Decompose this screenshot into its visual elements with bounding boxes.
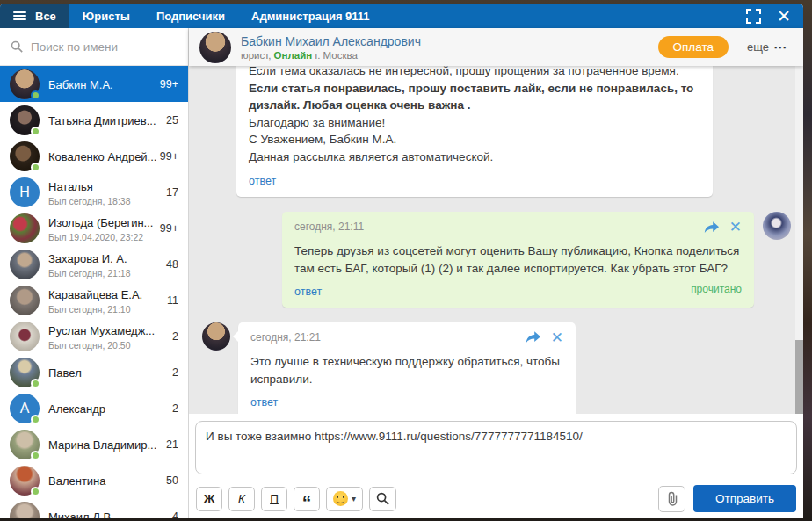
chat-contact-name[interactable]: Бабкин Михаил Александрович xyxy=(241,34,649,48)
underline-button[interactable]: П xyxy=(261,487,287,511)
compose-area: И вы тоже взаимно https://www.9111.ru/qu… xyxy=(189,414,803,518)
contact-row-marina[interactable]: Марина Владимир... 21 xyxy=(0,426,188,462)
message-time: сегодня, 21:11 xyxy=(294,220,364,235)
message-input[interactable]: И вы тоже взаимно https://www.9111.ru/qu… xyxy=(195,421,797,474)
online-dot xyxy=(31,127,40,136)
online-label: Онлайн xyxy=(274,50,313,61)
smiley-icon xyxy=(333,491,348,506)
avatar xyxy=(10,213,40,243)
reply-link[interactable]: ответ xyxy=(249,173,276,189)
unread-count: 2 xyxy=(172,402,178,415)
contact-row-tatyana[interactable]: Татьяна Дмитриев... 25 xyxy=(0,102,188,138)
online-dot xyxy=(31,415,40,424)
contact-row-natalya[interactable]: Н Наталья Был сегодня, 18:38 17 xyxy=(0,174,188,210)
quote-button[interactable]: “ xyxy=(294,487,320,511)
chat-panel: Бабкин Михаил Александрович юрист, Онлай… xyxy=(189,28,803,518)
delete-message-icon[interactable]: ✕ xyxy=(729,220,742,235)
online-dot xyxy=(31,487,40,496)
unread-count: 21 xyxy=(166,438,178,451)
search-input[interactable] xyxy=(31,40,178,54)
last-seen-status: Был сегодня, 21:18 xyxy=(48,268,157,279)
topbar-spacer xyxy=(383,4,738,28)
italic-button[interactable]: К xyxy=(228,487,255,511)
chat-header: Бабкин Михаил Александрович юрист, Онлай… xyxy=(189,28,803,66)
own-avatar xyxy=(763,212,791,240)
outgoing-message: сегодня, 21:11 ✕ Теперь друзья из соцсет… xyxy=(282,212,754,308)
hamburger-menu-icon[interactable] xyxy=(13,11,26,21)
read-status: прочитано xyxy=(691,282,742,297)
avatar xyxy=(10,358,40,387)
last-seen-status: Был сегодня, 20:50 xyxy=(48,340,163,351)
avatar xyxy=(10,105,40,135)
paperclip-icon xyxy=(666,491,678,506)
last-seen-status: Был 19.04.2020, 23:22 xyxy=(48,232,151,242)
magnifier-icon xyxy=(376,492,389,505)
share-icon[interactable] xyxy=(704,221,719,234)
tab-all[interactable]: Все xyxy=(0,4,69,28)
online-dot xyxy=(31,90,40,100)
contact-row-valentina[interactable]: Валентина 50 xyxy=(0,462,188,498)
unread-count: 25 xyxy=(166,114,178,127)
avatar xyxy=(10,502,40,519)
message-time: сегодня, 21:21 xyxy=(250,330,321,345)
share-icon[interactable] xyxy=(526,331,540,344)
contacts-sidebar: Бабкин М.А. 99+ Татьяна Дмитриев... 25 К… xyxy=(0,28,189,518)
unread-count: 4 xyxy=(172,510,178,519)
contact-row-izolda[interactable]: Изольда (Берегин... Был 19.04.2020, 23:2… xyxy=(0,210,188,246)
avatar xyxy=(10,141,40,171)
contact-row-karavaytseva[interactable]: Каравайцева Е.А. Был сегодня, 21:10 11 xyxy=(0,282,188,318)
more-menu[interactable]: еще ⋯ xyxy=(747,40,787,55)
contact-row-mikhail[interactable]: Михаил Д.В... 4 xyxy=(0,498,188,518)
send-button[interactable]: Отправить xyxy=(693,485,796,512)
more-dots-icon: ⋯ xyxy=(773,40,787,55)
last-seen-status: Был сегодня, 21:10 xyxy=(48,304,158,315)
unread-count: 50 xyxy=(166,474,178,487)
unread-count: 99+ xyxy=(160,150,178,163)
message-area: Если тема оказалась не интересной, прошу… xyxy=(189,66,803,414)
unread-count: 48 xyxy=(166,258,178,271)
tab-subscribers[interactable]: Подписчики xyxy=(143,4,238,28)
unread-count: 17 xyxy=(166,186,178,199)
avatar xyxy=(10,322,40,351)
top-bar: Все Юристы Подписчики Администрация 9111… xyxy=(0,4,803,28)
avatar xyxy=(10,69,40,99)
unread-count: 2 xyxy=(172,366,178,379)
chat-window: Все Юристы Подписчики Администрация 9111… xyxy=(0,4,803,518)
search-icon xyxy=(11,40,23,54)
contact-row-zaharova[interactable]: Захарова И. А. Был сегодня, 21:18 48 xyxy=(0,246,188,282)
chat-contact-status: юрист, Онлайн г. Москва xyxy=(241,50,649,61)
unread-count: 99+ xyxy=(160,78,178,90)
reply-link[interactable]: ответ xyxy=(250,394,278,410)
avatar: А xyxy=(10,394,40,423)
emoji-button[interactable]: ▾ xyxy=(326,487,363,511)
fullscreen-icon[interactable] xyxy=(737,4,770,28)
reply-link[interactable]: ответ xyxy=(294,284,322,300)
delete-message-icon[interactable]: ✕ xyxy=(551,330,563,345)
contact-row-alexandr[interactable]: А Александр 2 xyxy=(0,390,188,426)
scrollbar-thumb[interactable] xyxy=(795,340,803,414)
attach-file-button[interactable] xyxy=(658,486,685,512)
pay-button[interactable]: Оплата xyxy=(658,36,729,58)
online-dot xyxy=(31,163,40,172)
avatar: Н xyxy=(10,177,40,207)
contact-row-kovalenko[interactable]: Коваленко Андрей... 99+ xyxy=(0,138,188,174)
contact-row-babkin[interactable]: Бабкин М.А. 99+ xyxy=(0,66,188,102)
bold-button[interactable]: Ж xyxy=(196,487,222,511)
tab-all-label: Все xyxy=(35,10,56,23)
contact-row-pavel[interactable]: Павел 2 xyxy=(0,354,188,390)
unread-count: 11 xyxy=(167,294,178,307)
contact-list: Бабкин М.А. 99+ Татьяна Дмитриев... 25 К… xyxy=(0,66,188,518)
chevron-down-icon: ▾ xyxy=(352,494,356,503)
sender-avatar xyxy=(202,322,230,351)
search-box xyxy=(0,28,188,66)
search-messages-button[interactable] xyxy=(369,487,396,511)
avatar xyxy=(10,430,40,459)
tab-administration[interactable]: Администрация 9111 xyxy=(238,4,383,28)
incoming-message-1: Если тема оказалась не интересной, прошу… xyxy=(236,66,713,197)
tab-lawyers[interactable]: Юристы xyxy=(69,4,143,28)
unread-count: 99+ xyxy=(160,222,178,235)
avatar xyxy=(10,286,40,315)
incoming-message-2: сегодня, 21:21 ✕ Это лучше в техническую… xyxy=(238,322,576,414)
contact-row-ruslan[interactable]: Руслан Мухамедж... Был сегодня, 20:50 2 xyxy=(0,318,188,354)
close-icon[interactable]: ✕ xyxy=(770,4,803,28)
